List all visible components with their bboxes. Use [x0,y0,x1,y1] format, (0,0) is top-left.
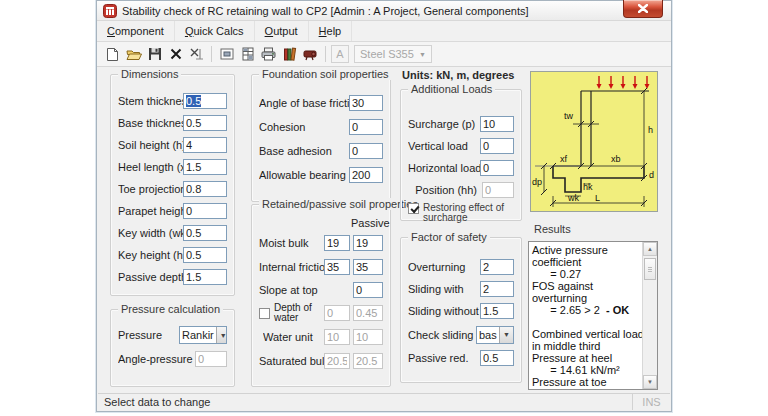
base-friction-input[interactable] [349,95,383,111]
font-icon: A [336,48,343,60]
scroll-up-button[interactable]: ▲ [643,242,657,256]
new-button[interactable] [102,44,123,65]
units-heading: Units: kN, m, degrees [402,69,514,81]
vertical-load-input[interactable] [480,138,514,154]
heel-length-input[interactable] [183,159,227,175]
form-row: Stem thickness 0.5 [111,90,234,112]
status-message: Select data to change [98,396,632,408]
group-title: Additional Loads [408,83,495,95]
menu-component[interactable]: Component [97,21,175,41]
form-row: Position (hh) [401,179,521,201]
form-row: Passive red. [401,347,521,369]
depth-of-water-checkbox[interactable] [259,308,270,319]
delete-icon [170,48,182,60]
scroll-thumb[interactable] [644,258,656,280]
menu-help[interactable]: Help [309,21,353,41]
axes-button[interactable] [186,44,207,65]
save-button[interactable] [144,44,165,65]
wall-cross-section: tw h xf xb d dp [531,72,657,211]
results-text: Active pressure coefficient = 0.27 FOS a… [529,242,642,389]
form-row: Sliding with [401,278,521,300]
cohesion-input[interactable] [349,119,383,135]
base-adhesion-input[interactable] [349,143,383,159]
internal-friction-retained-input[interactable] [324,259,350,275]
sliding-with-input[interactable] [480,281,514,297]
saturated-bulk-passive-input[interactable] [353,353,383,369]
ins-mode-indicator: INS [632,394,670,410]
soil-height-input[interactable] [183,137,227,153]
window-title: Stability check of RC retaining wall to … [122,5,529,17]
form-row: Water unit [252,325,390,349]
internal-friction-passive-input[interactable] [353,259,383,275]
books-button[interactable] [279,44,300,65]
chevron-down-icon: ▼ [216,327,227,343]
horizontal-load-input[interactable] [480,160,514,176]
water-unit-passive-input[interactable] [353,329,383,345]
allowable-bearing-input[interactable] [349,167,383,183]
delete-button[interactable] [165,44,186,65]
depth-water-retained-input[interactable] [324,305,350,321]
restoring-effect-checkbox[interactable] [408,203,419,214]
client-area: Dimensions Stem thickness 0.5 Base thick… [97,67,671,393]
sliding-without-input[interactable] [480,303,514,319]
saturated-bulk-retained-input[interactable] [324,353,350,369]
depth-water-passive-input[interactable] [353,305,383,321]
surcharge-input[interactable] [480,116,514,132]
new-icon [106,47,119,62]
books-icon [283,47,297,61]
moist-bulk-retained-input[interactable] [324,235,350,251]
menu-bar: Component Quick Calcs Output Help [97,21,671,42]
form-row: Parapet height ( [111,200,234,222]
stem-thickness-input[interactable]: 0.5 [183,93,227,109]
form-row: Heel length (xb) [111,156,234,178]
factor-of-safety-group: Factor of safety Overturning Sliding wit… [400,237,522,383]
open-button[interactable] [123,44,144,65]
retained-passive-group: Retained/passive soil properties Passive… [251,204,391,387]
close-button[interactable] [623,0,663,18]
position-input[interactable] [482,182,514,198]
title-bar[interactable]: Stability check of RC retaining wall to … [97,1,671,21]
base-thickness-input[interactable] [183,115,227,131]
surcharge-arrows [599,76,647,85]
stability-check-dialog: Stability check of RC retaining wall to … [96,0,672,412]
form-row: Saturated bulk w [252,349,390,373]
preview-button[interactable] [216,44,237,65]
svg-text:xb: xb [611,154,621,164]
parapet-height-input[interactable] [183,203,227,219]
results-box: Active pressure coefficient = 0.27 FOS a… [528,241,658,390]
steel-grade-dropdown[interactable]: Steel S355 ▼ [354,45,432,63]
menu-output[interactable]: Output [255,21,309,41]
toe-projection-input[interactable] [183,181,227,197]
font-button[interactable]: A [331,45,349,63]
pressure-dropdown[interactable]: Rankir ▼ [179,326,227,344]
toolbar: A Steel S355 ▼ [97,42,671,67]
table-button[interactable] [237,44,258,65]
foundation-soil-group: Foundation soil properties Angle of base… [251,74,391,202]
results-scrollbar[interactable]: ▲ ▼ [642,242,657,389]
passive-depth-input[interactable] [183,269,227,285]
key-width-input[interactable] [183,225,227,241]
overturning-input[interactable] [480,259,514,275]
form-row: Slope at top [252,279,390,301]
passive-reduction-input[interactable] [480,350,514,366]
moist-bulk-passive-input[interactable] [353,235,383,251]
menu-quick-calcs[interactable]: Quick Calcs [175,21,255,41]
check-sliding-dropdown[interactable]: bas ▼ [476,326,514,344]
svg-text:tw: tw [564,111,574,121]
print-button[interactable] [258,44,279,65]
angle-pressure-input[interactable] [195,351,227,367]
svg-text:xf: xf [560,154,568,164]
scroll-down-button[interactable]: ▼ [643,375,657,389]
svg-text:d: d [649,170,654,180]
key-height-input[interactable] [183,247,227,263]
water-unit-retained-input[interactable] [324,329,350,345]
form-row: Internal friction a [252,255,390,279]
slope-at-top-input[interactable] [353,282,383,298]
close-icon [638,4,648,13]
form-row: Key height (hk) [111,244,234,266]
chevron-down-icon: ▼ [499,327,513,343]
projector-button[interactable] [300,44,321,65]
save-icon [148,47,162,61]
axes-icon [190,47,204,61]
chevron-down-icon: ▼ [419,51,426,58]
